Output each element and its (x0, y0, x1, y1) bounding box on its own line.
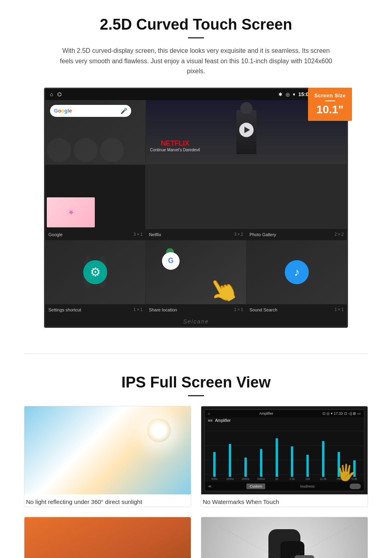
settings-icon: ⚙ (83, 260, 107, 284)
feature-car: Large Viewing Angle (201, 517, 368, 558)
gear-icon: ⚙ (90, 265, 101, 279)
eq-label-10k: 10k (306, 478, 310, 480)
amp-bottom-bar: ≪ Custom loudness (205, 482, 364, 491)
eq-bar-1k: 1k (269, 426, 284, 480)
settings-app-cell[interactable]: ⚙ (45, 240, 145, 304)
google-search-bar[interactable]: Google 🎤 (50, 105, 131, 117)
netflix-label: Netflix 3 × 2 (146, 231, 246, 238)
netflix-logo: NETFLIX (150, 139, 200, 148)
amp-time: 17:33 (334, 411, 343, 415)
eq-bar-200hz: 200hz (238, 426, 253, 480)
amp-name: Amplifier (215, 418, 231, 423)
eq-label-200hz: 200hz (242, 478, 249, 480)
device-mockup: Screen Size 10.1" ⌂ ⌬ ✱ ◎ ▾ 15:06 ⊡ ◁) (44, 88, 348, 328)
app-labels-row1: Google 3 × 1 Netflix 3 × 2 Photo Gallery… (45, 229, 347, 240)
section2-title: IPS Full Screen View (24, 374, 368, 391)
section-divider (24, 353, 368, 354)
settings-app-name: Settings shortcut (48, 307, 81, 312)
home-icon[interactable]: ⌂ (50, 91, 53, 97)
google-label: Google 3 × 1 (45, 231, 146, 238)
svg-line-1 (284, 526, 351, 558)
eq-label-1k: 1k (275, 478, 278, 480)
netflix-subtitle: Continue Marvel's Daredevil (150, 148, 200, 152)
app-grid-row2: ⚙ G 👆 ♪ (45, 240, 347, 304)
amp-screen: ⌂ Amplifier ⊡ ◎ ▾ 17:33 ⊡ ◁) ⊠ ▭ ≡≡ Ampl… (204, 409, 364, 491)
settings-label: Settings shortcut 1 × 1 (45, 307, 146, 313)
eq-label-60hz: 60hz (212, 478, 218, 480)
amp-nav-icon: ≪ (208, 484, 212, 488)
music-note-icon: ♪ (285, 260, 309, 284)
google-maps-icon: G (162, 252, 180, 270)
google-app-name: Google (48, 232, 62, 237)
section1-title: 2.5D Curved Touch Screen (24, 16, 368, 33)
loudness-toggle[interactable] (350, 484, 361, 489)
gallery-app-dim: 2 × 2 (334, 232, 344, 237)
eq-label-12p5k: 12.5k (320, 478, 326, 480)
eq-bar-fill (322, 441, 324, 477)
eq-icon: ≡≡ (208, 418, 213, 423)
sound-app-name: Sound Search (250, 307, 278, 312)
feature-amplifier: ⌂ Amplifier ⊡ ◎ ▾ 17:33 ⊡ ◁) ⊠ ▭ ≡≡ Ampl… (201, 406, 368, 507)
eq-bar-2p5k: 2.5k (285, 426, 300, 480)
sound-search-cell[interactable]: ♪ (247, 240, 347, 304)
amp-hand-icon: 🖐 (336, 463, 356, 482)
gallery-app-name: Photo Gallery (250, 232, 276, 237)
sun-core (147, 418, 171, 442)
pointing-hand-icon: 👆 (203, 270, 243, 304)
amp-status-bar: ⌂ Amplifier ⊡ ◎ ▾ 17:33 ⊡ ◁) ⊠ ▭ (205, 410, 364, 417)
settings-app-dim: 1 × 1 (134, 307, 143, 312)
svg-line-0 (218, 526, 284, 558)
netflix-logo-area: NETFLIX Continue Marvel's Daredevil (150, 139, 200, 152)
share-label: Share location 1 × 1 (146, 307, 246, 313)
eq-bar-10k: 10k (300, 426, 315, 480)
sound-label: Sound Search 1 × 1 (246, 307, 347, 313)
status-bar: ⌂ ⌬ ✱ ◎ ▾ 15:06 ⊡ ◁) ⊠ ▭ (45, 89, 347, 100)
app-grid: Google 🎤 (45, 100, 347, 229)
eq-bar-fill (244, 458, 247, 477)
amp-home-icon: ⌂ (208, 411, 210, 415)
google-logo: Google (54, 108, 72, 114)
section1-description: With 2.5D curved-display screen, this de… (56, 46, 336, 76)
gallery-label: Photo Gallery 2 × 2 (246, 231, 347, 238)
android-screen: ⌂ ⌬ ✱ ◎ ▾ 15:06 ⊡ ◁) ⊠ ▭ (44, 88, 348, 328)
eq-bar-fill (213, 452, 216, 477)
gallery-photo-flower: 🌸 (47, 197, 95, 227)
netflix-play-button[interactable] (239, 122, 254, 137)
amp-loudness-label: loudness (300, 484, 315, 488)
google-app-dim: 3 × 1 (134, 232, 143, 237)
photo-gallery-cell[interactable]: 🌸 (45, 165, 145, 229)
badge-size: 10.1" (311, 103, 349, 116)
feature-sunlight: No light reflecting under 360° direct su… (24, 406, 191, 507)
section-ips: IPS Full Screen View No light reflecting… (0, 366, 392, 558)
netflix-app-dim: 3 × 2 (234, 232, 243, 237)
amp-custom-button[interactable]: Custom (246, 484, 265, 489)
badge-divider (325, 100, 335, 101)
google-bg-decoration (47, 138, 124, 162)
app-labels-row2: Settings shortcut 1 × 1 Share location 1… (45, 304, 347, 315)
eq-bar-100hz: 100hz (223, 426, 238, 480)
status-bar-left: ⌂ ⌬ (50, 91, 62, 97)
seicane-text: Seicane (183, 318, 209, 325)
viewing-angle-lines (201, 517, 368, 558)
cheetah-image: 🐆 Seicane (24, 517, 191, 558)
sound-app-dim: 1 × 1 (334, 307, 344, 312)
amp-eq-area: 60hz 100hz 200hz 500hz (205, 424, 364, 482)
eq-label-100hz: 100hz (226, 478, 234, 480)
title-underline-2 (188, 395, 204, 396)
share-location-cell[interactable]: G 👆 (146, 240, 246, 304)
feature-cheetah: 🐆 Seicane Super Fast Response (24, 517, 191, 558)
usb-icon: ⌬ (57, 91, 62, 97)
title-underline-1 (188, 37, 204, 38)
eq-bar-fill (229, 444, 231, 477)
features-grid: No light reflecting under 360° direct su… (24, 406, 368, 558)
amp-title-bar: ≡≡ Amplifier (205, 417, 364, 424)
mic-icon[interactable]: 🎤 (120, 108, 127, 114)
eq-bar-60hz: 60hz (207, 426, 222, 480)
eq-bar-fill (276, 438, 278, 477)
eq-bar-12p5k: 12.5k (316, 426, 331, 480)
bluetooth-icon: ✱ (278, 92, 282, 97)
seicane-watermark: Seicane (45, 315, 347, 327)
google-app-cell[interactable]: Google 🎤 (45, 100, 145, 164)
eq-bar-500hz: 500hz (254, 426, 268, 480)
wifi-icon: ▾ (293, 92, 295, 97)
